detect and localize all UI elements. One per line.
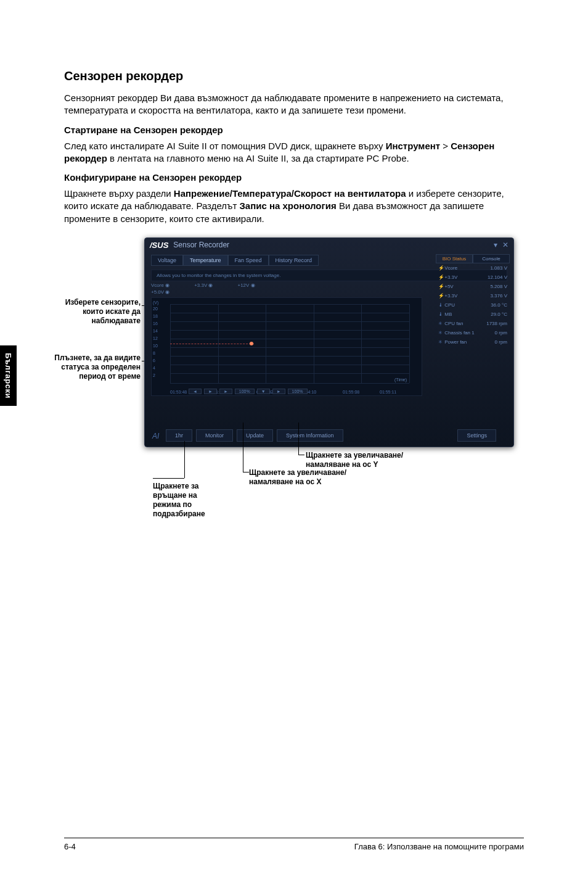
sensor-row: ⚡ +3.3V3.376 V: [436, 291, 510, 300]
sensor-name: +3.3V: [444, 293, 457, 299]
callout-line: [184, 441, 185, 478]
y-label: 4: [153, 366, 155, 370]
chart-area[interactable]: (V) 20 18 16 14 12 10 8 6 4 2 01:53:48 0…: [151, 297, 422, 396]
sensor-name: MB: [444, 311, 452, 317]
callout-line: [153, 478, 184, 479]
sensor-value: 0 rpm: [495, 330, 507, 336]
asus-logo: /SUS: [150, 241, 168, 250]
bottom-button-row: AI 1hr Monitor Update System Information: [150, 429, 343, 442]
figure-wrapper: Изберете сензорите, които искате да набл…: [64, 237, 524, 552]
check-5v[interactable]: +5.0V ◉: [151, 289, 169, 295]
sensor-value: 29.0 °C: [491, 311, 507, 317]
sensor-name: Chassis fan 1: [444, 330, 474, 336]
sensor-value: 36.0 °C: [491, 302, 507, 308]
x-unit: (Time): [394, 377, 407, 382]
chart-grid: [170, 304, 409, 383]
callout-default-mode: Щракнете за връщане на режима по подразб…: [153, 482, 227, 519]
section2-paragraph: Щракнете върху раздели Напрежение/Темпер…: [64, 188, 524, 225]
sensor-name: +5V: [444, 284, 453, 289]
sensor-row: 🌡 CPU36.0 °C: [436, 300, 510, 310]
zoom-y-value: 100%: [288, 389, 308, 394]
check-12v[interactable]: +12V ◉: [237, 283, 255, 288]
window-title: Sensor Recorder: [173, 241, 229, 249]
tab-temperature[interactable]: Temperature: [183, 255, 228, 266]
fan-icon: ✳: [438, 330, 443, 336]
btn-settings[interactable]: Settings: [457, 429, 496, 442]
text: >: [440, 141, 451, 151]
tab-bio-status[interactable]: BIO Status: [436, 254, 473, 263]
bold-text: Напрежение/Температура/Скорост на вентил…: [174, 188, 406, 199]
bold-text: Запис на хронология: [239, 200, 336, 211]
y-label: 6: [153, 358, 155, 363]
y-label: 16: [153, 321, 158, 326]
sensor-row: ✳ Power fan0 rpm: [436, 337, 510, 347]
sensor-value: 3.376 V: [490, 293, 507, 299]
tab-console[interactable]: Console: [473, 254, 510, 263]
minimize-icon[interactable]: ▾: [494, 241, 497, 249]
bold-text: Инструмент: [386, 141, 440, 151]
section1-heading: Стартиране на Сензорен рекордер: [64, 125, 524, 135]
callout-line: [243, 423, 243, 472]
chapter-title: Глава 6: Използване на помощните програм…: [354, 842, 524, 851]
y-label: 14: [153, 329, 158, 333]
sensor-row: ✳ CPU fan1738 rpm: [436, 319, 510, 328]
callout-line: [243, 472, 249, 472]
sensor-value: 5.208 V: [490, 284, 507, 289]
sensor-row: 🌡 MB29.0 °C: [436, 310, 510, 319]
close-icon[interactable]: ✕: [502, 241, 508, 249]
sensor-value: 1.083 V: [490, 265, 507, 271]
tab-voltage[interactable]: Voltage: [151, 255, 183, 266]
fan-icon: ✳: [438, 321, 443, 326]
sensor-row: ⚡ +3.3V12.104 V: [436, 273, 510, 282]
window-titlebar: /SUS Sensor Recorder ▾ ✕: [145, 238, 513, 252]
chart-point: [250, 342, 253, 345]
sensor-list: ⚡ Vcore1.083 V ⚡ +3.3V12.104 V ⚡ +5V5.20…: [436, 263, 510, 347]
y-label: 18: [153, 314, 158, 318]
tab-history-record[interactable]: History Record: [269, 255, 319, 266]
zoom-btn[interactable]: ►: [272, 389, 285, 394]
callout-line: [298, 455, 304, 455]
sensor-value: 0 rpm: [495, 339, 507, 345]
section2-heading: Конфигуриране на Сензорен рекордер: [64, 172, 524, 183]
page-number: 6-4: [64, 842, 76, 851]
zoom-btn[interactable]: ◄: [189, 389, 202, 394]
check-33v[interactable]: +3.3V ◉: [194, 283, 213, 288]
bolt-icon: ⚡: [438, 265, 443, 271]
callout-line: [298, 423, 299, 455]
y-label: 20: [153, 307, 158, 311]
language-tab: Български: [0, 345, 17, 406]
page-title: Сензорен рекордер: [64, 69, 524, 83]
sensor-name: Power fan: [444, 339, 467, 345]
y-label: 12: [153, 336, 158, 340]
bolt-icon: ⚡: [438, 274, 443, 280]
sensor-name: Vcore: [444, 265, 457, 271]
tab-fan-speed[interactable]: Fan Speed: [228, 255, 269, 266]
section1-paragraph: След като инсталирате AI Suite II от пом…: [64, 140, 524, 165]
sensor-recorder-window: /SUS Sensor Recorder ▾ ✕ Voltage Tempera…: [144, 237, 514, 447]
ai-logo-icon: AI: [150, 431, 162, 440]
sensor-row: ⚡ Vcore1.083 V: [436, 263, 510, 273]
y-unit: (V): [153, 300, 158, 305]
btn-1hr[interactable]: 1hr: [166, 429, 192, 442]
zoom-controls: ◄ ► ► 100% ▼ ► 100%: [189, 389, 308, 394]
btn-update[interactable]: Update: [237, 429, 273, 442]
intro-paragraph: Сензорният рекордер Ви дава възможност д…: [64, 92, 524, 117]
btn-system-info[interactable]: System Information: [277, 429, 343, 442]
btn-monitor[interactable]: Monitor: [196, 429, 233, 442]
thermometer-icon: 🌡: [438, 311, 443, 317]
fan-icon: ✳: [438, 339, 443, 345]
callout-zoom-x: Щракнете за увеличаване/ намаляване на о…: [249, 468, 354, 487]
window-controls: ▾ ✕: [494, 241, 508, 249]
sensor-name: +3.3V: [444, 274, 457, 280]
zoom-btn[interactable]: ▼: [257, 389, 270, 394]
sensor-name: CPU fan: [444, 321, 463, 326]
right-sensor-panel: BIO Status Console ⚡ Vcore1.083 V ⚡ +3.3…: [436, 254, 510, 347]
zoom-x-value: 100%: [235, 389, 255, 394]
x-label: 01:55:08: [343, 390, 359, 394]
zoom-btn[interactable]: ►: [219, 389, 232, 394]
thermometer-icon: 🌡: [438, 302, 443, 308]
zoom-btn[interactable]: ►: [204, 389, 217, 394]
check-vcore[interactable]: Vcore ◉: [151, 283, 169, 288]
bolt-icon: ⚡: [438, 293, 443, 299]
sensor-name: CPU: [444, 302, 455, 308]
